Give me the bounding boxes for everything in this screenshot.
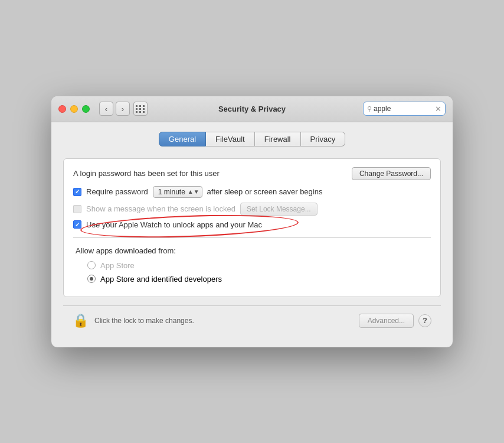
apple-watch-checkbox[interactable] [73,220,81,229]
tabs: General FileVault Firewall Privacy [63,132,441,146]
section-divider [73,237,431,238]
search-icon: ⚲ [367,105,372,113]
maximize-button[interactable] [82,105,90,113]
forward-button[interactable]: › [116,102,130,116]
password-row: A login password has been set for this u… [73,167,431,180]
settings-section: A login password has been set for this u… [63,158,441,297]
password-text: A login password has been set for this u… [73,169,220,178]
main-window: ‹ › Security & Privacy ⚲ ✕ General FileV… [51,96,453,347]
app-store-label: App Store [100,261,135,270]
show-message-label: Show a message when the screen is locked [86,204,235,213]
search-input[interactable] [374,105,427,113]
require-password-checkbox[interactable] [73,188,81,196]
password-interval-dropdown[interactable]: 1 minute ▲▼ [153,186,202,198]
downloads-section: Allow apps downloaded from: App Store Ap… [73,246,431,284]
help-button[interactable]: ? [418,314,431,327]
apple-watch-row: Use your Apple Watch to unlock apps and … [73,220,431,229]
tab-firewall[interactable]: Firewall [255,132,301,146]
grid-button[interactable] [133,102,148,116]
window-title: Security & Privacy [218,105,286,113]
change-password-button[interactable]: Change Password... [352,167,431,180]
content-area: General FileVault Firewall Privacy A log… [51,122,453,347]
app-store-radio[interactable] [87,261,96,269]
app-store-identified-radio-row: App Store and identified developers [76,275,428,284]
minimize-button[interactable] [70,105,78,113]
app-store-radio-row: App Store [76,261,428,270]
search-clear-icon[interactable]: ✕ [435,105,441,113]
tab-privacy[interactable]: Privacy [301,132,346,146]
app-store-identified-label: App Store and identified developers [100,275,222,284]
bottom-actions: Advanced... ? [359,314,431,328]
apple-watch-container: Use your Apple Watch to unlock apps and … [73,220,431,229]
set-lock-message-button[interactable]: Set Lock Message... [240,203,318,216]
show-message-checkbox[interactable] [73,205,81,213]
bottom-bar: 🔒 Click the lock to make changes. Advanc… [63,305,441,335]
back-button[interactable]: ‹ [99,102,113,116]
titlebar: ‹ › Security & Privacy ⚲ ✕ [51,96,453,122]
require-password-row: Require password 1 minute ▲▼ after sleep… [73,186,431,198]
grid-icon [136,105,145,113]
downloads-label: Allow apps downloaded from: [76,246,428,255]
apple-watch-label: Use your Apple Watch to unlock apps and … [86,220,262,229]
search-box: ⚲ ✕ [363,102,446,116]
advanced-button[interactable]: Advanced... [359,314,414,328]
app-store-identified-radio[interactable] [87,275,96,283]
traffic-lights [58,105,90,113]
close-button[interactable] [58,105,66,113]
nav-buttons: ‹ › [99,102,130,116]
lock-text: Click the lock to make changes. [94,317,194,325]
dropdown-value: 1 minute [158,188,185,196]
require-password-label: Require password [86,187,148,196]
dropdown-arrow-icon: ▲▼ [188,188,199,195]
show-message-row: Show a message when the screen is locked… [73,203,431,216]
tab-general[interactable]: General [159,132,206,146]
lock-icon: 🔒 [73,313,89,328]
tab-filevault[interactable]: FileVault [206,132,255,146]
require-password-suffix: after sleep or screen saver begins [207,187,323,196]
